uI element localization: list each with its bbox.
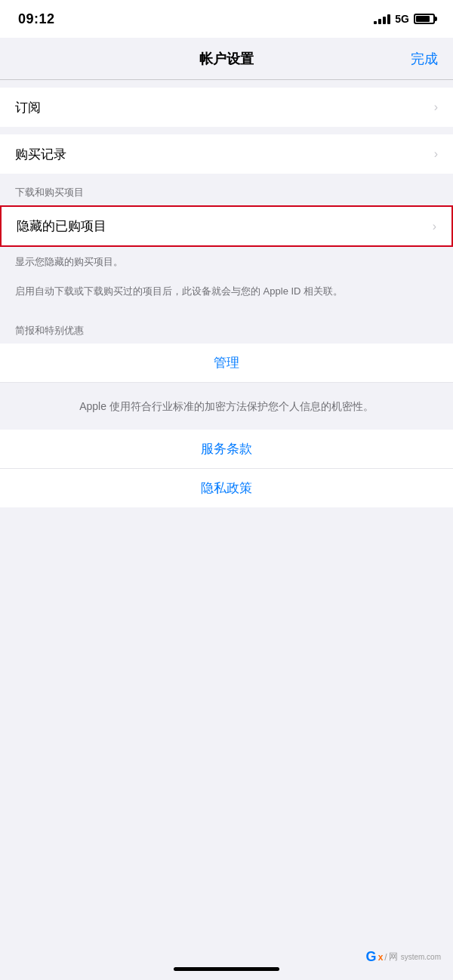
signal-bar-2 [378, 19, 381, 24]
battery-icon [414, 14, 435, 24]
content-area: 订阅 › 购买记录 › 下载和购买项目 隐藏的已购项目 › 显示您隐藏的购买项目… [0, 80, 453, 507]
manage-section: 管理 [0, 344, 453, 383]
privacy-info-text: Apple 使用符合行业标准的加密方法保护您个人信息的机密性。 [15, 398, 438, 414]
privacy-policy-item[interactable]: 隐私政策 [0, 469, 453, 507]
home-indicator [174, 967, 279, 971]
chevron-right-icon: › [434, 100, 438, 114]
signal-icon [374, 14, 390, 24]
hidden-purchases-footer-2: 启用自动下载或下载购买过的项目后，此设备就会与您的 Apple ID 相关联。 [15, 284, 438, 300]
signal-bar-4 [387, 14, 390, 24]
subscriptions-label: 订阅 [15, 99, 41, 116]
terms-of-service-label: 服务条款 [201, 440, 252, 458]
hidden-purchases-footer-1: 显示您隐藏的购买项目。 [15, 254, 438, 270]
status-icons: 5G [374, 13, 435, 25]
watermark-text: 网 [389, 951, 398, 963]
page-title: 帐户设置 [199, 50, 254, 68]
chevron-right-icon-3: › [433, 220, 436, 233]
newsletter-section-header: 简报和特别优惠 [0, 312, 453, 344]
hidden-purchases-item[interactable]: 隐藏的已购项目 › [0, 205, 453, 247]
status-time: 09:12 [18, 11, 55, 27]
battery-fill [416, 16, 430, 22]
signal-bar-1 [374, 21, 377, 24]
watermark-domain: system.com [401, 953, 441, 961]
watermark: G x / 网 system.com [366, 949, 441, 965]
network-type: 5G [395, 13, 409, 25]
done-button[interactable]: 完成 [411, 50, 438, 68]
hidden-purchases-description: 显示您隐藏的购买项目。 启用自动下载或下载购买过的项目后，此设备就会与您的 Ap… [0, 247, 453, 312]
signal-bar-3 [383, 17, 386, 24]
links-section: 服务条款 隐私政策 [0, 430, 453, 507]
status-bar: 09:12 5G [0, 0, 453, 38]
privacy-info-block: Apple 使用符合行业标准的加密方法保护您个人信息的机密性。 [0, 383, 453, 430]
newsletter-header-text: 简报和特别优惠 [15, 325, 84, 336]
subscriptions-section: 订阅 › [0, 88, 453, 127]
navigation-bar: 帐户设置 完成 [0, 38, 453, 80]
purchase-history-label: 购买记录 [15, 146, 66, 163]
chevron-right-icon-2: › [434, 147, 438, 161]
bottom-area: G x / 网 system.com [0, 920, 453, 980]
watermark-slash: / [384, 952, 387, 963]
manage-button[interactable]: 管理 [0, 344, 453, 383]
divider-2 [0, 127, 453, 134]
manage-button-label: 管理 [214, 354, 239, 371]
hidden-purchases-label: 隐藏的已购项目 [17, 217, 106, 235]
download-section-header: 下载和购买项目 [0, 174, 453, 205]
terms-of-service-item[interactable]: 服务条款 [0, 430, 453, 469]
subscriptions-item[interactable]: 订阅 › [0, 88, 453, 127]
privacy-policy-label: 隐私政策 [201, 479, 252, 497]
purchase-history-section: 购买记录 › [0, 134, 453, 174]
download-header-text: 下载和购买项目 [15, 186, 84, 198]
divider-top [0, 80, 453, 88]
watermark-x: x [378, 952, 384, 963]
purchase-history-item[interactable]: 购买记录 › [0, 134, 453, 174]
watermark-g: G [366, 949, 377, 965]
